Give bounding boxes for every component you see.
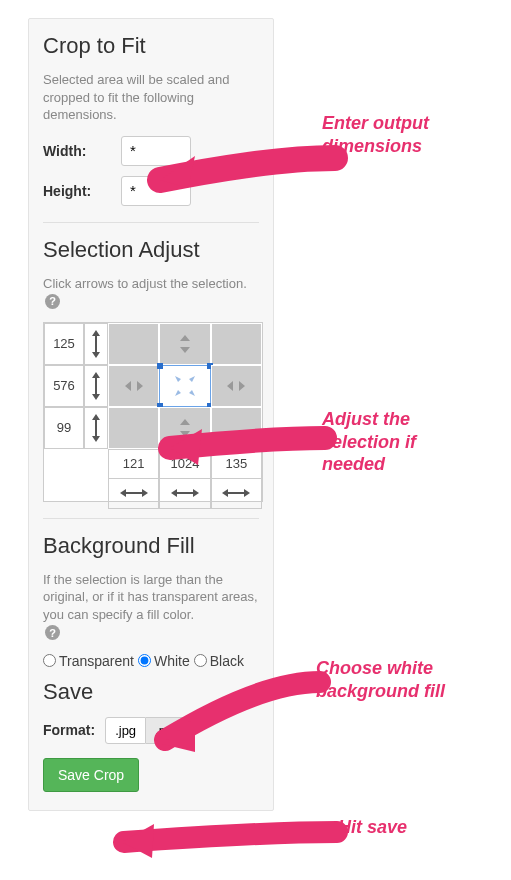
h-resize-icon-2[interactable]: [211, 479, 262, 509]
cell-bl[interactable]: [108, 407, 159, 449]
width-row: Width:: [43, 136, 259, 166]
radio-white-input[interactable]: [138, 654, 151, 667]
v-resize-icon[interactable]: [84, 323, 108, 365]
annotation-save: Hit save: [338, 816, 407, 839]
h-resize-icon-0[interactable]: [108, 479, 159, 509]
divider: [43, 222, 259, 223]
format-label: Format:: [43, 722, 95, 738]
crop-title: Crop to Fit: [43, 33, 259, 59]
format-group: .jpg .png: [105, 717, 190, 744]
radio-black-input[interactable]: [194, 654, 207, 667]
radio-transparent-input[interactable]: [43, 654, 56, 667]
format-png-button[interactable]: .png: [146, 717, 190, 744]
help-icon-2[interactable]: ?: [45, 625, 60, 640]
height-input[interactable]: [121, 176, 191, 206]
v-resize-icon-2[interactable]: [84, 365, 108, 407]
bgfill-desc: If the selection is large than the origi…: [43, 571, 259, 641]
radio-transparent[interactable]: Transparent: [43, 653, 134, 669]
bgfill-title: Background Fill: [43, 533, 259, 559]
cell-mr[interactable]: [211, 365, 262, 407]
row-size-2: 99: [44, 407, 84, 449]
adjust-desc: Click arrows to adjust the selection. ?: [43, 275, 259, 310]
width-input[interactable]: [121, 136, 191, 166]
divider-2: [43, 518, 259, 519]
arrow-save: [112, 818, 342, 861]
annotation-bg: Choose white background fill: [316, 657, 445, 702]
save-crop-button[interactable]: Save Crop: [43, 758, 139, 792]
width-label: Width:: [43, 143, 121, 159]
row-size-1: 576: [44, 365, 84, 407]
v-resize-icon-3[interactable]: [84, 407, 108, 449]
save-title: Save: [43, 679, 259, 705]
height-label: Height:: [43, 183, 121, 199]
radio-white[interactable]: White: [138, 653, 190, 669]
cell-ml[interactable]: [108, 365, 159, 407]
adjust-title: Selection Adjust: [43, 237, 259, 263]
cell-bc[interactable]: [159, 407, 210, 449]
row-size-0: 125: [44, 323, 84, 365]
format-row: Format: .jpg .png: [43, 717, 259, 744]
col-size-1: 1024: [159, 449, 210, 479]
col-size-0: 121: [108, 449, 159, 479]
selection-adjust-widget: 125 576: [43, 322, 263, 502]
help-icon[interactable]: ?: [45, 294, 60, 309]
annotation-adjust: Adjust the selection if needed: [322, 408, 416, 476]
annotation-dims: Enter output dimensions: [322, 112, 429, 157]
bgfill-desc-text: If the selection is large than the origi…: [43, 572, 258, 622]
height-row: Height:: [43, 176, 259, 206]
cell-br[interactable]: [211, 407, 262, 449]
cell-center[interactable]: [159, 365, 210, 407]
cell-tr[interactable]: [211, 323, 262, 365]
cell-tc[interactable]: [159, 323, 210, 365]
col-size-2: 135: [211, 449, 262, 479]
adjust-desc-text: Click arrows to adjust the selection.: [43, 276, 247, 291]
crop-desc: Selected area will be scaled and cropped…: [43, 71, 259, 124]
cell-tl[interactable]: [108, 323, 159, 365]
format-jpg-button[interactable]: .jpg: [105, 717, 146, 744]
settings-panel: Crop to Fit Selected area will be scaled…: [28, 18, 274, 811]
h-resize-icon-1[interactable]: [159, 479, 210, 509]
radio-black[interactable]: Black: [194, 653, 244, 669]
bgfill-options: Transparent White Black: [43, 653, 259, 669]
